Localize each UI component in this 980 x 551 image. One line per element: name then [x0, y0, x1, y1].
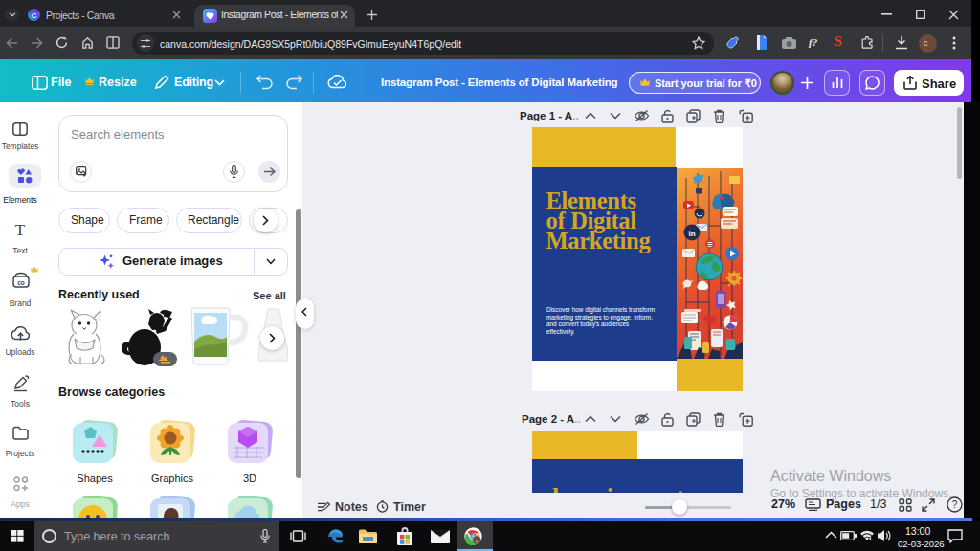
svg-text:?: ?: [952, 499, 958, 510]
svg-text:c: c: [476, 538, 479, 543]
svg-text:C: C: [32, 11, 37, 20]
svg-text:co: co: [17, 279, 25, 286]
svg-text:in: in: [688, 230, 695, 238]
